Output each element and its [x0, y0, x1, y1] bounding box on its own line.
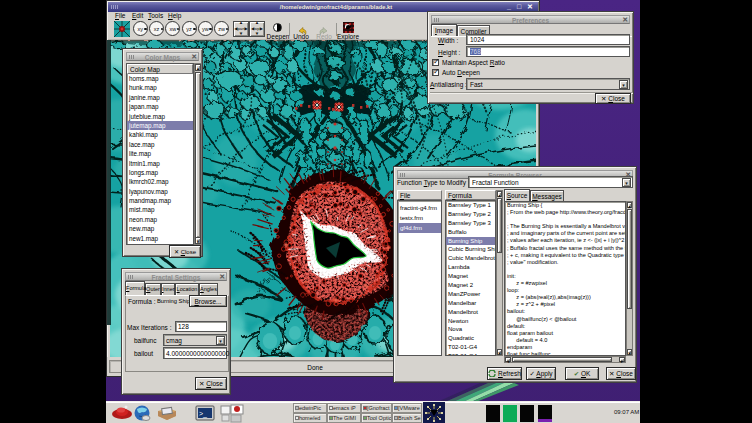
- svg-text:>_: >_: [199, 410, 207, 418]
